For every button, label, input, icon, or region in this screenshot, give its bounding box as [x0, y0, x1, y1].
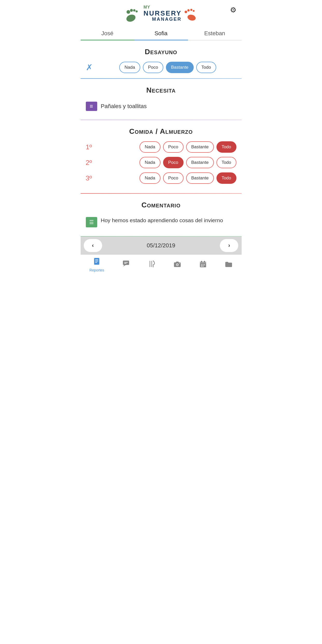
comment-icon [86, 217, 97, 227]
logo-nursery: NURSERY [143, 10, 181, 17]
desayuno-row: ✗ Nada Poco Bastante Todo [86, 62, 236, 73]
course-2-options: Nada Poco Bastante Todo [101, 157, 236, 168]
nav-food[interactable] [148, 260, 156, 270]
course-2-label: 2º [86, 159, 101, 167]
comment-row: Hoy hemos estado aprendiendo cosas del i… [86, 215, 236, 231]
utensils-icon: ✗ [86, 62, 95, 72]
svg-point-5 [187, 14, 196, 22]
tab-jose[interactable]: José [81, 26, 134, 40]
c2-nada-btn[interactable]: Nada [139, 157, 160, 168]
svg-rect-18 [150, 261, 150, 267]
svg-rect-32 [201, 266, 202, 267]
logo-text: MY NURSERY MANAGER [143, 5, 181, 22]
comida-title: Comida / Almuerzo [86, 127, 236, 136]
comida-3-row: 3º Nada Poco Bastante Todo [86, 172, 236, 184]
svg-rect-33 [202, 266, 204, 267]
svg-rect-19 [151, 261, 152, 267]
svg-point-2 [130, 9, 133, 12]
c1-poco-btn[interactable]: Poco [163, 141, 184, 153]
c3-nada-btn[interactable]: Nada [139, 172, 160, 184]
camera-icon [173, 260, 181, 270]
desayuno-poco-btn[interactable]: Poco [143, 62, 163, 73]
logo-manager: MANAGER [143, 17, 181, 22]
reportes-label: Reportes [89, 268, 104, 272]
c2-poco-btn[interactable]: Poco [163, 157, 184, 168]
svg-point-4 [136, 10, 138, 12]
bottom-navigation: Reportes [81, 255, 242, 276]
svg-point-6 [185, 11, 187, 13]
prev-date-button[interactable]: ‹ [84, 239, 102, 252]
current-date: 05/12/2019 [147, 242, 175, 249]
c3-bastante-btn[interactable]: Bastante [186, 172, 214, 184]
reportes-icon [93, 257, 101, 267]
svg-point-0 [125, 13, 137, 22]
necesita-row: Pañales y toallitas [86, 100, 236, 115]
svg-rect-30 [202, 264, 204, 265]
svg-rect-13 [95, 262, 97, 263]
c3-todo-btn[interactable]: Todo [216, 172, 236, 184]
svg-rect-11 [95, 260, 98, 260]
svg-rect-14 [123, 261, 129, 265]
c2-todo-btn[interactable]: Todo [216, 157, 236, 168]
chat-icon [122, 260, 130, 269]
tab-esteban[interactable]: Esteban [188, 26, 242, 40]
svg-point-7 [187, 9, 190, 12]
comment-text: Hoy hemos estado aprendiendo cosas del i… [101, 216, 223, 224]
svg-rect-12 [95, 261, 98, 261]
nav-camera[interactable] [173, 260, 181, 270]
desayuno-title: Desayuno [86, 48, 236, 56]
course-3-label: 3º [86, 174, 101, 182]
course-3-options: Nada Poco Bastante Todo [101, 172, 236, 184]
logo-my: MY [143, 5, 181, 10]
svg-marker-15 [123, 265, 126, 267]
svg-rect-27 [201, 261, 202, 262]
necesita-icon [86, 102, 97, 111]
course-1-label: 1º [86, 143, 101, 151]
logo-foot-green-icon [125, 5, 143, 22]
svg-point-1 [127, 10, 130, 14]
next-date-button[interactable]: › [220, 239, 238, 252]
header: MY NURSERY MANAGER ⚙ [81, 0, 242, 25]
logo-foot-orange-icon [183, 7, 197, 22]
c1-bastante-btn[interactable]: Bastante [186, 141, 214, 153]
svg-rect-23 [176, 262, 179, 263]
svg-rect-28 [204, 261, 205, 262]
child-tabs: José Sofia Esteban [81, 26, 242, 40]
nav-folder[interactable] [225, 260, 233, 270]
comida-1-row: 1º Nada Poco Bastante Todo [86, 141, 236, 153]
desayuno-bastante-btn[interactable]: Bastante [166, 62, 194, 73]
course-1-options: Nada Poco Bastante Todo [101, 141, 236, 153]
tab-esteban-indicator [188, 40, 242, 40]
c1-todo-btn[interactable]: Todo [216, 141, 236, 153]
desayuno-nada-btn[interactable]: Nada [119, 62, 140, 73]
date-navigation: ‹ 05/12/2019 › [81, 236, 242, 255]
svg-rect-31 [204, 264, 205, 265]
comida-section: Comida / Almuerzo 1º Nada Poco Bastante … [81, 120, 242, 193]
c2-bastante-btn[interactable]: Bastante [186, 157, 214, 168]
nav-calendar[interactable] [199, 260, 207, 270]
calendar-icon [199, 260, 207, 270]
nav-reportes[interactable]: Reportes [89, 257, 104, 272]
food-icon [148, 260, 156, 270]
necesita-title: Necesita [86, 86, 236, 94]
c1-nada-btn[interactable]: Nada [139, 141, 160, 153]
comentario-section: Comentario Hoy hemos estado aprendiendo … [81, 194, 242, 236]
desayuno-options: Nada Poco Bastante Todo [99, 62, 236, 73]
svg-point-9 [193, 10, 194, 12]
svg-point-24 [179, 263, 180, 264]
necesita-text: Pañales y toallitas [101, 103, 147, 110]
necesita-section: Necesita Pañales y toallitas [81, 79, 242, 120]
app-logo: MY NURSERY MANAGER [125, 5, 197, 22]
folder-icon [225, 260, 233, 270]
desayuno-todo-btn[interactable]: Todo [196, 62, 216, 73]
svg-point-3 [133, 9, 136, 12]
comentario-title: Comentario [86, 201, 236, 209]
tab-sofia[interactable]: Sofia [134, 26, 188, 40]
settings-icon[interactable]: ⚙ [230, 6, 236, 14]
nav-chat[interactable] [122, 260, 130, 270]
c3-poco-btn[interactable]: Poco [163, 172, 184, 184]
comida-2-row: 2º Nada Poco Bastante Todo [86, 157, 236, 168]
svg-point-22 [176, 264, 178, 266]
svg-rect-26 [200, 262, 206, 263]
svg-rect-16 [124, 262, 128, 263]
